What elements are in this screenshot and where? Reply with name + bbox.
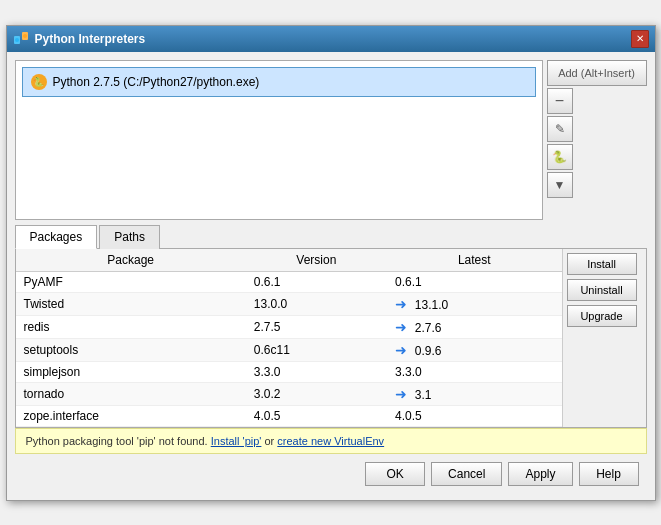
ok-button[interactable]: OK xyxy=(365,462,425,486)
title-bar: Python Interpreters ✕ xyxy=(7,26,655,52)
cell-version: 3.3.0 xyxy=(246,361,387,382)
warning-bar: Python packaging tool 'pip' not found. I… xyxy=(15,428,647,454)
create-virtualenv-link[interactable]: create new VirtualEnv xyxy=(277,435,384,447)
edit-interpreter-button[interactable]: ✎ xyxy=(547,116,573,142)
cell-package: zope.interface xyxy=(16,405,246,426)
update-arrow-icon: ➜ xyxy=(395,342,411,358)
window-body: 🐍 Python 2.7.5 (C:/Python27/python.exe) … xyxy=(7,52,655,500)
cell-package: redis xyxy=(16,315,246,338)
update-arrow-icon: ➜ xyxy=(395,296,411,312)
table-row[interactable]: PyAMF0.6.10.6.1 xyxy=(16,271,562,292)
python-copy-button[interactable]: 🐍 xyxy=(547,144,573,170)
cell-package: simplejson xyxy=(16,361,246,382)
svg-point-2 xyxy=(15,38,19,42)
interpreter-row: 🐍 Python 2.7.5 (C:/Python27/python.exe) … xyxy=(15,60,647,220)
cell-latest: ➜ 3.1 xyxy=(387,382,562,405)
tab-packages[interactable]: Packages xyxy=(15,225,98,249)
add-interpreter-button[interactable]: Add (Alt+Insert) xyxy=(547,60,647,86)
warning-text-before: Python packaging tool 'pip' not found. xyxy=(26,435,211,447)
update-arrow-icon: ➜ xyxy=(395,386,411,402)
table-row[interactable]: redis2.7.5➜ 2.7.6 xyxy=(16,315,562,338)
interpreter-selected[interactable]: 🐍 Python 2.7.5 (C:/Python27/python.exe) xyxy=(22,67,536,97)
title-bar-left: Python Interpreters xyxy=(13,31,146,47)
cell-package: PyAMF xyxy=(16,271,246,292)
packages-table: Package Version Latest PyAMF0.6.10.6.1Tw… xyxy=(16,249,562,427)
main-window: Python Interpreters ✕ 🐍 Python 2.7.5 (C:… xyxy=(6,25,656,501)
main-content-row: Package Version Latest PyAMF0.6.10.6.1Tw… xyxy=(16,249,646,427)
col-package: Package xyxy=(16,249,246,272)
cell-version: 4.0.5 xyxy=(246,405,387,426)
table-row[interactable]: tornado3.0.2➜ 3.1 xyxy=(16,382,562,405)
window-icon xyxy=(13,31,29,47)
col-latest: Latest xyxy=(387,249,562,272)
remove-interpreter-button[interactable]: − xyxy=(547,88,573,114)
interpreter-label: Python 2.7.5 (C:/Python27/python.exe) xyxy=(53,75,260,89)
svg-point-3 xyxy=(23,34,27,38)
cell-package: setuptools xyxy=(16,338,246,361)
help-button[interactable]: Help xyxy=(579,462,639,486)
cell-version: 0.6.1 xyxy=(246,271,387,292)
col-version: Version xyxy=(246,249,387,272)
packages-table-wrapper: Package Version Latest PyAMF0.6.10.6.1Tw… xyxy=(16,249,562,427)
cell-package: Twisted xyxy=(16,292,246,315)
filter-button[interactable]: ▼ xyxy=(547,172,573,198)
interpreter-toolbar: Add (Alt+Insert) − ✎ 🐍 ▼ xyxy=(547,60,647,220)
python-icon: 🐍 xyxy=(31,74,47,90)
apply-button[interactable]: Apply xyxy=(508,462,572,486)
tabs-section: Packages Paths Package Version xyxy=(15,224,647,428)
cell-version: 3.0.2 xyxy=(246,382,387,405)
cell-package: tornado xyxy=(16,382,246,405)
window-title: Python Interpreters xyxy=(35,32,146,46)
table-row[interactable]: simplejson3.3.03.3.0 xyxy=(16,361,562,382)
cell-latest: 3.3.0 xyxy=(387,361,562,382)
install-button[interactable]: Install xyxy=(567,253,637,275)
cell-latest: ➜ 0.9.6 xyxy=(387,338,562,361)
close-button[interactable]: ✕ xyxy=(631,30,649,48)
table-row[interactable]: Twisted13.0.0➜ 13.1.0 xyxy=(16,292,562,315)
tab-paths[interactable]: Paths xyxy=(99,225,160,249)
cell-version: 13.0.0 xyxy=(246,292,387,315)
cell-latest: ➜ 2.7.6 xyxy=(387,315,562,338)
table-row[interactable]: setuptools0.6c11➜ 0.9.6 xyxy=(16,338,562,361)
cancel-button[interactable]: Cancel xyxy=(431,462,502,486)
cell-version: 2.7.5 xyxy=(246,315,387,338)
interpreter-list: 🐍 Python 2.7.5 (C:/Python27/python.exe) xyxy=(15,60,543,220)
upgrade-button[interactable]: Upgrade xyxy=(567,305,637,327)
install-pip-link[interactable]: Install 'pip' xyxy=(211,435,262,447)
cell-latest: 4.0.5 xyxy=(387,405,562,426)
footer-buttons: OK Cancel Apply Help xyxy=(15,454,647,492)
table-row[interactable]: zope.interface4.0.54.0.5 xyxy=(16,405,562,426)
cell-latest: 0.6.1 xyxy=(387,271,562,292)
update-arrow-icon: ➜ xyxy=(395,319,411,335)
package-action-buttons: Install Uninstall Upgrade xyxy=(562,249,646,427)
cell-latest: ➜ 13.1.0 xyxy=(387,292,562,315)
warning-text-mid: or xyxy=(261,435,277,447)
packages-content: Package Version Latest PyAMF0.6.10.6.1Tw… xyxy=(15,249,647,428)
cell-version: 0.6c11 xyxy=(246,338,387,361)
uninstall-button[interactable]: Uninstall xyxy=(567,279,637,301)
tab-row: Packages Paths xyxy=(15,224,647,249)
